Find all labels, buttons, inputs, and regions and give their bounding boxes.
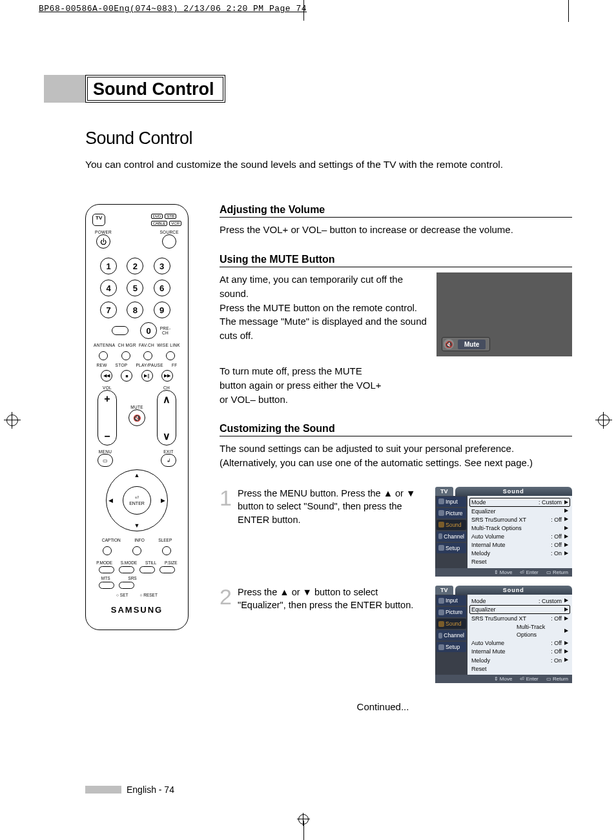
label: MUTE (128, 405, 145, 409)
remote-tv-key: TV (92, 214, 105, 226)
osd-row: Multi-Track Options▶ (470, 524, 570, 532)
crop-mark (568, 0, 569, 22)
remote-src: DVD (151, 214, 163, 219)
osd-row: SRS TruSurround XT: Off▶ (470, 515, 570, 524)
osd-row-highlighted: Mode: Custom▶ (469, 498, 570, 507)
label: MENU (98, 449, 113, 454)
osd-row: Reset (470, 558, 570, 566)
label: SLEEP (158, 538, 172, 542)
label: WISE LINK (157, 343, 180, 347)
num-key: 0 (140, 322, 157, 339)
pill-button (119, 566, 134, 573)
registration-mark (4, 412, 21, 429)
label: S.MODE (121, 560, 138, 565)
exit-button: ↲ (161, 454, 176, 467)
footer-bar (85, 786, 121, 794)
crop-mark (303, 0, 304, 21)
continued-text: Continued... (194, 701, 572, 712)
menu-button: ▭ (98, 454, 113, 467)
osd-row: Equalizer▶ (470, 507, 570, 515)
body-text: The sound settings can be adjusted to su… (220, 442, 572, 470)
osd-row: Melody: On▶ (470, 549, 570, 558)
label: MTS (101, 576, 110, 580)
pill-button (99, 582, 114, 589)
body-text: To turn mute off, press the MUTE button … (220, 364, 387, 406)
osd-side-item: Channel (436, 531, 466, 542)
num-key: 2 (127, 258, 143, 274)
osd-row: Internal Mute: Off▶ (470, 541, 570, 549)
step-number: 2 (220, 586, 234, 612)
osd-row: Multi-Track Options▶ (470, 623, 570, 639)
ch-rocker: ∧∨ (157, 390, 176, 446)
osd-row: Melody: On▶ (470, 656, 570, 664)
small-button (162, 546, 171, 555)
tv-screen-illustration: 🔇 Mute (436, 272, 572, 356)
label: CH (157, 385, 176, 390)
print-slug: BP68-00586A-00Eng(074~083) 2/13/06 2:20 … (0, 0, 616, 17)
step-text: Press the MENU button. Press the ▲ or ▼ … (238, 487, 425, 526)
small-button (121, 351, 130, 360)
osd-side-item: Setup (436, 543, 466, 553)
osd-side-item: Setup (436, 642, 466, 652)
step-number: 1 (220, 487, 234, 526)
osd-sound-menu-2: TV Sound Input Picture Sound Channel Set… (435, 586, 572, 683)
osd-row: Internal Mute: Off▶ (470, 648, 570, 656)
label: STILL (145, 560, 156, 565)
power-button: ⏻ (96, 234, 110, 249)
registration-mark (595, 412, 612, 429)
label: STOP (116, 363, 128, 367)
label: P.SIZE (165, 560, 178, 565)
label: VOL (98, 385, 117, 390)
osd-side-item: Channel (436, 630, 466, 640)
num-key: 8 (127, 302, 143, 318)
small-button (166, 351, 175, 360)
num-key: 6 (154, 280, 170, 296)
label: FF (172, 363, 178, 367)
label: POWER (95, 230, 112, 234)
body-text: At any time, you can temporarily cut off… (220, 272, 427, 343)
source-button (162, 234, 176, 249)
osd-side-item: Input (436, 595, 466, 606)
osd-side-item-selected: Sound (436, 619, 466, 629)
osd-row: Mode: Custom▶ (470, 597, 570, 605)
mute-badge: 🔇 Mute (442, 337, 490, 351)
num-key: 3 (154, 258, 170, 274)
num-key: 9 (154, 302, 170, 318)
label: EXIT (161, 449, 176, 454)
osd-footer: ⇕ Move ⏎ Enter ▭ Return (435, 675, 572, 683)
osd-footer: ⇕ Move ⏎ Enter ▭ Return (435, 568, 572, 577)
osd-side-item-selected: Sound (436, 520, 466, 530)
stop-button: ■ (121, 370, 132, 382)
osd-row: Auto Volume: Off▶ (470, 639, 570, 648)
label: FAV.CH (139, 343, 154, 347)
label: PRE-CH (157, 326, 174, 335)
num-key: 4 (100, 280, 117, 296)
num-key: 5 (127, 280, 143, 296)
play-button: ▶‖ (141, 370, 153, 382)
mute-button: 🔇 (128, 409, 145, 426)
label: ANTENNA (94, 343, 115, 347)
label: SOURCE (159, 230, 179, 234)
remote-src: STB (165, 214, 176, 219)
osd-sound-menu-1: TV Sound Input Picture Sound Channel Set… (435, 487, 572, 577)
label: CH MGR (118, 343, 136, 347)
osd-side-item: Picture (436, 508, 466, 518)
title-stub (44, 75, 85, 103)
pill-button (99, 566, 114, 573)
mute-icon: 🔇 (444, 339, 454, 349)
osd-row: Auto Volume: Off▶ (470, 533, 570, 541)
sub-heading: Customizing the Sound (220, 423, 572, 436)
label: ○ RESET (139, 593, 157, 597)
osd-row: Reset (470, 664, 570, 673)
footer-text: English - 74 (127, 784, 174, 795)
osd-side-item: Picture (436, 607, 466, 617)
label: P.MODE (96, 560, 112, 565)
title-bar: Sound Control (44, 75, 572, 103)
brand-logo: SAMSUNG (92, 605, 181, 615)
small-button (143, 351, 152, 360)
title-text: Sound Control (87, 77, 223, 101)
intro-text: You can control and customize the sound … (85, 158, 572, 172)
remote-src: VCR (169, 221, 181, 226)
label: PLAY/PAUSE (136, 363, 163, 367)
dash-key (112, 326, 128, 335)
